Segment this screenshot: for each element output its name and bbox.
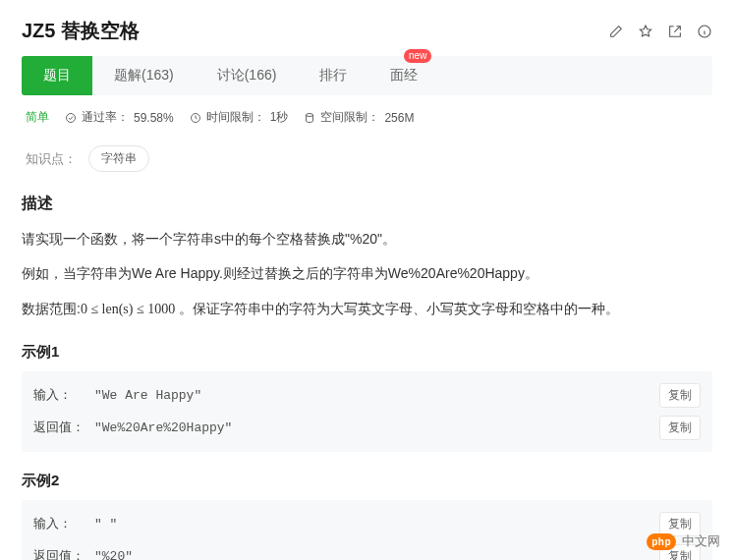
clock-icon — [190, 112, 201, 124]
example-1-input-label: 输入： — [33, 386, 94, 404]
memory-limit-value: 256M — [384, 111, 414, 125]
description-range: 数据范围:0 ≤ len(s) ≤ 1000 。保证字符串中的字符为大写英文字母… — [22, 296, 712, 323]
memory-limit-label: 空间限制： — [320, 109, 379, 126]
range-formula: 0 ≤ len(s) ≤ 1000 — [81, 302, 175, 316]
page-title: JZ5 替换空格 — [22, 18, 140, 44]
example-2-return-label: 返回值： — [33, 547, 94, 560]
tab-problem[interactable]: 题目 — [22, 56, 92, 95]
info-icon[interactable] — [697, 24, 712, 39]
example-2-box: 输入： " " 复制 返回值： "%20" 复制 — [22, 500, 712, 560]
example-1-input-value: "We Are Happy" — [94, 388, 201, 403]
pass-rate-label: 通过率： — [82, 109, 129, 126]
example-2-title: 示例2 — [22, 472, 712, 490]
pass-rate-value: 59.58% — [134, 111, 174, 125]
svg-point-1 — [67, 113, 76, 122]
tab-interview[interactable]: 面经 new — [368, 56, 439, 95]
range-suffix: 。保证字符串中的字符为大写英文字母、小写英文字母和空格中的一种。 — [175, 301, 619, 316]
example-2-input-label: 输入： — [33, 515, 94, 532]
example-1: 示例1 输入： "We Are Happy" 复制 返回值： "We%20Are… — [22, 343, 712, 452]
example-2-input-value: " " — [94, 517, 117, 532]
header-actions — [608, 24, 712, 39]
memory-limit: 空间限制： 256M — [304, 109, 414, 126]
knowledge-row: 知识点： 字符串 — [26, 145, 712, 172]
difficulty-badge: 简单 — [26, 109, 49, 126]
tab-ranking[interactable]: 排行 — [298, 56, 368, 95]
time-limit-label: 时间限制： — [206, 109, 265, 126]
time-limit: 时间限制： 1秒 — [190, 109, 289, 126]
watermark: php 中文网 — [647, 532, 720, 550]
tab-bar: 题目 题解(163) 讨论(166) 排行 面经 new — [22, 56, 712, 95]
description-line1: 请实现一个函数，将一个字符串s中的每个空格替换成"%20"。 — [22, 226, 712, 252]
db-icon — [304, 112, 315, 124]
tab-discuss[interactable]: 讨论(166) — [196, 56, 299, 95]
description-heading: 描述 — [22, 194, 712, 214]
knowledge-label: 知识点： — [26, 150, 77, 168]
range-prefix: 数据范围: — [22, 301, 81, 316]
time-limit-value: 1秒 — [270, 109, 289, 126]
copy-button[interactable]: 复制 — [659, 416, 701, 440]
example-1-return-value: "We%20Are%20Happy" — [94, 420, 232, 435]
open-icon[interactable] — [667, 24, 683, 39]
description-line2: 例如，当字符串为We Are Happy.则经过替换之后的字符串为We%20Ar… — [22, 260, 712, 287]
meta-row: 简单 通过率： 59.58% 时间限制： 1秒 空间限制： 256M — [22, 95, 712, 141]
check-circle-icon — [65, 112, 77, 124]
knowledge-tag[interactable]: 字符串 — [88, 145, 149, 172]
tab-interview-label: 面经 — [390, 67, 418, 83]
copy-button[interactable]: 复制 — [659, 383, 701, 408]
example-1-title: 示例1 — [22, 343, 712, 362]
edit-icon[interactable] — [608, 24, 624, 39]
watermark-badge: php — [647, 533, 676, 550]
example-1-return-label: 返回值： — [33, 419, 94, 436]
pass-rate: 通过率： 59.58% — [65, 109, 174, 126]
new-badge: new — [404, 49, 431, 63]
watermark-text: 中文网 — [682, 532, 720, 550]
example-2-return-value: "%20" — [94, 549, 133, 560]
svg-point-3 — [307, 113, 313, 116]
example-1-box: 输入： "We Are Happy" 复制 返回值： "We%20Are%20H… — [22, 371, 712, 452]
tab-solutions[interactable]: 题解(163) — [92, 56, 196, 95]
example-2: 示例2 输入： " " 复制 返回值： "%20" 复制 — [22, 472, 712, 560]
star-icon[interactable] — [638, 24, 653, 39]
